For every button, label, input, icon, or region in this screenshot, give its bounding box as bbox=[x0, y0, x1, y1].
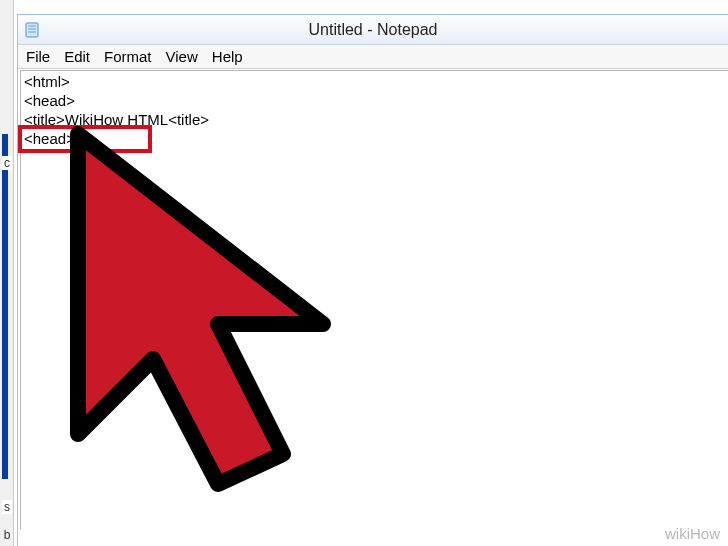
menu-help[interactable]: Help bbox=[212, 48, 243, 65]
bg-char-s: s bbox=[2, 500, 12, 514]
blue-selection-bar bbox=[2, 134, 8, 479]
bg-char-c: c bbox=[2, 156, 12, 170]
svg-rect-0 bbox=[26, 23, 38, 37]
menu-edit[interactable]: Edit bbox=[64, 48, 90, 65]
code-line-1: <html> bbox=[24, 73, 70, 90]
code-line-3a: <title>WikiHow bbox=[24, 111, 127, 128]
titlebar[interactable]: Untitled - Notepad bbox=[18, 15, 728, 45]
bg-char-b: b bbox=[2, 528, 12, 542]
editor-area[interactable]: <html> <head> <title>WikiHow HTML<title>… bbox=[18, 69, 728, 151]
menubar: File Edit Format View Help bbox=[18, 45, 728, 69]
wikihow-watermark: wikiHow bbox=[665, 525, 720, 542]
text-caret bbox=[76, 133, 77, 148]
code-line-4: <head> bbox=[24, 130, 75, 147]
code-line-2: <head> bbox=[24, 92, 75, 109]
background-left-strip: c s b bbox=[0, 0, 14, 546]
notepad-icon bbox=[24, 21, 42, 39]
window-title: Untitled - Notepad bbox=[309, 21, 438, 39]
notepad-window: Untitled - Notepad File Edit Format View… bbox=[17, 14, 728, 546]
menu-format[interactable]: Format bbox=[104, 48, 152, 65]
menu-view[interactable]: View bbox=[166, 48, 198, 65]
code-line-3b: HTML<title> bbox=[127, 111, 209, 128]
menu-file[interactable]: File bbox=[26, 48, 50, 65]
